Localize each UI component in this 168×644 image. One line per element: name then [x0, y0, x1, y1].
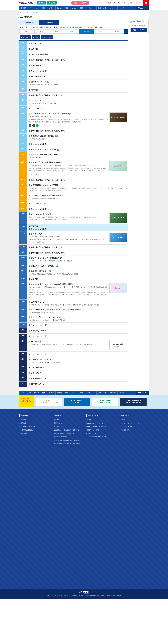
program-title[interactable]: 丹後の浜さんぽ #29「間人編」: [31, 135, 55, 137]
footer-link[interactable]: ›受信障害等のお知らせ: [19, 426, 48, 428]
nav-item-6[interactable]: アニメ: [70, 6, 78, 10]
program-title[interactable]: クロージング: [31, 372, 41, 374]
program-title[interactable]: きょうもDay+: [31, 232, 42, 235]
nav-item-2[interactable]: 情報: [41, 6, 47, 10]
date-tab-6[interactable]: 1/12(日): [109, 29, 124, 34]
footer-link[interactable]: ›京都放送グループ・ガバナンス: [53, 432, 82, 434]
footer-link[interactable]: ›ラジオ放送番組の編集に関する基本方針: [53, 442, 82, 445]
program-title[interactable]: お宝巡り〜猫その旅〜: [31, 270, 48, 272]
banner-1[interactable]: ちびっこインクルージョンコンテスト: [36, 398, 62, 406]
program-title[interactable]: 終電のがしトラベル: [31, 330, 46, 332]
nav-item-9[interactable]: 教養・紀行: [97, 6, 108, 10]
program-title[interactable]: テレビショッピング: [31, 353, 47, 356]
footer-link[interactable]: ›京都サッカー情報: [86, 429, 115, 431]
kbs-logo[interactable]: KBS 京都: [19, 1, 33, 5]
promo-banner[interactable]: #きょうとくらす 京都のくらし応援サイト: [71, 1, 89, 5]
nav-item-9[interactable]: 教養・紀行: [97, 391, 108, 395]
footer-link[interactable]: ›全国高校野球選手権 京都大会: [86, 426, 115, 428]
program-title[interactable]: 天気予報: [31, 48, 38, 50]
nav-item-5[interactable]: 音楽: [64, 6, 70, 10]
nav-item-4[interactable]: 時代劇: [56, 391, 64, 395]
program-title[interactable]: あん娘コグ兄弟! #42「大江戸温泉」: [31, 154, 58, 156]
program-title[interactable]: お買い物プラス「世界の!」をお届けします。: [31, 179, 66, 181]
footer-link[interactable]: ›KBSプロジェクト: [120, 426, 149, 428]
media-tab-radio[interactable]: ラジオ: [47, 1, 57, 4]
program-title[interactable]: スクール・ウォーズ #18「学校にはなんだ」: [31, 194, 65, 197]
footer-link[interactable]: ›番組審議会: [19, 432, 48, 434]
program-title[interactable]: テレビショッピング: [31, 228, 47, 230]
program-title[interactable]: お買い物情報: [31, 64, 41, 67]
mascot-banner[interactable]: ちょっとあげとこあげるん: [19, 394, 34, 406]
nav-item-11[interactable]: その他: [118, 6, 126, 10]
time-filter-2[interactable]: よる・深夜: [41, 36, 53, 39]
program-title[interactable]: お買い物プラス「世界の!」をお届けします。: [31, 59, 66, 61]
nav-item-11[interactable]: その他: [118, 391, 126, 395]
nav-item-3[interactable]: ドラマ: [47, 391, 56, 395]
date-tab-2[interactable]: 1/8(水): [49, 29, 64, 34]
program-title[interactable]: ロンブー亮の釣りならまかせろ!「ヒラスズキならまかせろ!(後編)」: [31, 308, 83, 311]
media-tab-tv[interactable]: テレビ: [37, 1, 47, 4]
program-title[interactable]: きらきん!「大阪・今宮戎神社から中継!」: [31, 161, 63, 164]
program-title[interactable]: 京のまんのがたり「心凌寺」: [31, 213, 53, 215]
footer-link[interactable]: ›KBSホール: [120, 419, 149, 421]
program-title[interactable]: テレヤソフィニオン♪: [31, 99, 47, 102]
pdf-button[interactable]: PDFPDFで見る: [131, 28, 147, 32]
program-title[interactable]: オープニング: [31, 42, 41, 44]
utility-link-0[interactable]: SNS/配信: [103, 2, 112, 4]
x-icon[interactable]: X: [32, 124, 35, 127]
time-filter-0[interactable]: 朝・午前: [20, 36, 31, 39]
line-icon[interactable]: L: [36, 124, 39, 127]
utility-link-3[interactable]: カルチャー/ホール: [127, 2, 142, 4]
program-title[interactable]: テレビショッピング: [31, 70, 47, 72]
program-title[interactable]: セミクラグランジョ!〜てっぺんへの道〜: [31, 316, 62, 318]
program-title[interactable]: テレビショッピング: [31, 324, 47, 326]
program-title[interactable]: 天気予報・終夜版: [31, 366, 44, 369]
banner-4[interactable]: きょうと危機管理WEB京都府防災情報ポータル: [120, 398, 146, 406]
program-title[interactable]: 谷口流々: [31, 340, 38, 342]
program-title[interactable]: 出雲アンマッシュ: [31, 301, 45, 303]
date-next-button[interactable]: ›: [124, 29, 128, 34]
program-title[interactable]: お買い物プラス「世界の!」をお届けします。: [31, 130, 66, 132]
nav-item-1[interactable]: ラインナップ: [28, 6, 41, 10]
footer-link[interactable]: ›テレビ放送番組の編集に関する基本方針: [53, 439, 82, 442]
footer-link[interactable]: ›会社概要: [19, 419, 48, 421]
program-title[interactable]: テレビショッピング: [31, 202, 47, 205]
program-title[interactable]: いきいき生活応援通販: [31, 53, 48, 56]
footer-link[interactable]: ›KBS京都アナウンサーサイト: [86, 422, 115, 424]
footer-link[interactable]: ›一般事業主行動計画: [19, 429, 48, 431]
search-button[interactable]: [143, 0, 149, 6]
nav-item-4[interactable]: 時代劇: [56, 6, 64, 10]
nav-item-0[interactable]: 番組表: [19, 391, 28, 395]
program-title[interactable]: 試験電波(カラーバー): [31, 383, 47, 385]
footer-link[interactable]: ›きょうとくらす: [120, 429, 149, 431]
program-title[interactable]: テレビショッピング: [31, 335, 47, 338]
program-title[interactable]: テレビショッピング: [31, 208, 47, 210]
date-tab-3[interactable]: 1/9(木): [64, 29, 79, 34]
utility-link-2[interactable]: 天気: [121, 2, 127, 4]
tab-weekly[interactable]: 週間番組表: [19, 20, 39, 25]
footer-link[interactable]: ›採用情報: [19, 422, 48, 424]
footer-link[interactable]: ›周波数のご案内: [53, 422, 82, 424]
date-tab-5[interactable]: 1/11(土): [94, 29, 109, 34]
nav-item-10[interactable]: スポーツ: [108, 6, 118, 10]
program-title[interactable]: 太秦中のシークレット学園: [31, 358, 51, 361]
footer-link[interactable]: ›祇園祭: [86, 419, 115, 421]
footer-link[interactable]: ›個人情報について: [53, 426, 82, 428]
program-title[interactable]: 安寛カフェブレイク: [31, 81, 46, 83]
date-tab-1[interactable]: 1/7(火): [35, 29, 49, 34]
program-title[interactable]: テレビショッピング: [31, 107, 47, 110]
program-title[interactable]: 天気予報: [31, 278, 38, 280]
nav-item-5[interactable]: 音楽: [64, 391, 70, 395]
footer-link[interactable]: ›放送番組のネット配信に関する基本方針: [53, 429, 82, 431]
program-title[interactable]: 天気予報: [31, 88, 38, 91]
nav-item-8[interactable]: バラエティ: [85, 391, 96, 395]
footer-link[interactable]: ›放送基準・番組基準: [53, 436, 82, 438]
breadcrumb-item-0[interactable]: ホーム: [20, 12, 24, 14]
nav-item-1[interactable]: ラインナップ: [28, 391, 41, 395]
message-button[interactable]: ✉メッセージ: [29, 173, 43, 176]
nav-item-7[interactable]: 報道: [78, 391, 85, 395]
program-title[interactable]: 日本ふるさと百景「千賀の港」: [31, 265, 55, 267]
footer-link[interactable]: ›チケットインフォメーション: [120, 422, 149, 424]
program-title[interactable]: きょうの京都ニュース・天気予報: [31, 148, 56, 151]
footer-link[interactable]: ›天皇盃 全国車いす駅伝競走大会: [86, 436, 115, 438]
